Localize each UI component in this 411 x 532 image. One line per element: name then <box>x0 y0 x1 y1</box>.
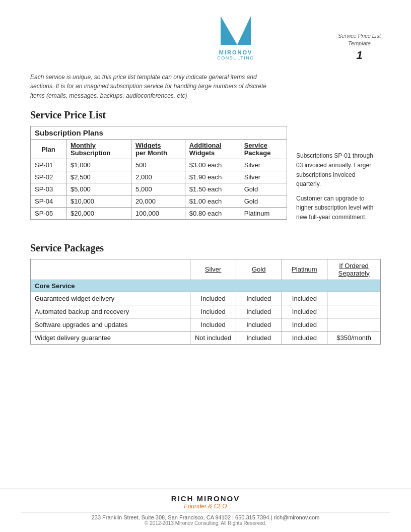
plans-cell-widgets: 2,000 <box>131 171 185 183</box>
plans-cell-plan: SP-04 <box>31 195 66 208</box>
plans-cell-widgets: 5,000 <box>131 183 185 195</box>
feature-separate <box>327 292 381 305</box>
col-service-label: Service <box>244 142 267 149</box>
feature-row: Software upgrades and updatesIncludedInc… <box>31 318 381 331</box>
side-note-1: Subscriptions SP-01 through 03 invoiced … <box>296 151 381 188</box>
category-row: Core Service <box>31 280 381 292</box>
subscription-plans-area: Subscription Plans Plan Monthly Subscrip… <box>30 126 381 222</box>
feature-row: Guaranteed widget deliveryIncludedInclud… <box>31 292 381 305</box>
feature-gold: Included <box>236 292 282 305</box>
feature-name: Widget delivery guarantee <box>31 331 190 344</box>
plans-cell-monthly: $5,000 <box>66 183 131 195</box>
col-additional-label: Additional <box>189 142 222 149</box>
category-name: Core Service <box>31 280 381 292</box>
feature-silver: Not included <box>190 331 236 344</box>
plans-cell-plan: SP-03 <box>31 183 66 195</box>
plans-row: SP-04$10,00020,000$1.00 eachGold <box>31 195 287 208</box>
plans-cell-package: Silver <box>240 159 287 171</box>
feature-platinum: Included <box>282 331 327 344</box>
plans-cell-plan: SP-05 <box>31 208 66 220</box>
plans-row: SP-02$2,5002,000$1.90 eachSilver <box>31 171 287 183</box>
plans-cell-package: Gold <box>240 195 287 208</box>
col-additional-sub: Widgets <box>189 149 215 157</box>
plans-row: SP-01$1,000500$3.00 eachSilver <box>31 159 287 171</box>
pkg-col-platinum: Platinum <box>282 259 327 280</box>
doc-sublabel: Template <box>348 40 371 46</box>
doc-label: Service Price List <box>338 33 381 39</box>
plans-table-wrap: Subscription Plans Plan Monthly Subscrip… <box>30 126 287 220</box>
pkg-col-separate: If Ordered Separately <box>327 259 381 280</box>
footer-divider <box>21 512 390 512</box>
plans-header-row: Plan Monthly Subscription Widgets per Mo… <box>31 140 287 159</box>
plans-title-row: Subscription Plans <box>31 126 287 140</box>
feature-silver: Included <box>190 318 236 331</box>
plans-cell-monthly: $1,000 <box>66 159 131 171</box>
plans-cell-additional: $1.50 each <box>185 183 240 195</box>
plans-cell-additional: $1.90 each <box>185 171 240 183</box>
footer-copyright: © 2012-2013 Mironov Consulting. All Righ… <box>0 520 411 526</box>
footer-title: Founder & CEO <box>0 503 411 510</box>
page-footer: RICH MIRONOV Founder & CEO 233 Franklin … <box>0 489 411 532</box>
feature-row: Automated backup and recoveryIncludedInc… <box>31 305 381 318</box>
packages-header-row: Silver Gold Platinum If Ordered Separate… <box>31 259 381 280</box>
feature-silver: Included <box>190 292 236 305</box>
logo-name: MIRONOV <box>219 49 253 55</box>
plans-cell-monthly: $10,000 <box>66 195 131 208</box>
feature-silver: Included <box>190 305 236 318</box>
col-if-ordered: If Ordered <box>339 262 369 270</box>
plans-cell-widgets: 20,000 <box>131 195 185 208</box>
plans-side-note: Subscriptions SP-01 through 03 invoiced … <box>296 126 381 222</box>
plans-cell-additional: $0.80 each <box>185 208 240 220</box>
feature-name: Guaranteed widget delivery <box>31 292 190 305</box>
logo-area: MIRONOV CONSULTING <box>217 12 254 60</box>
plans-cell-monthly: $2,500 <box>66 171 131 183</box>
page-number: 1 <box>338 48 381 63</box>
feature-gold: Included <box>236 305 282 318</box>
feature-separate <box>327 305 381 318</box>
feature-platinum: Included <box>282 305 327 318</box>
col-additional-header: Additional Widgets <box>185 140 240 159</box>
col-monthly-header: Monthly Subscription <box>66 140 131 159</box>
doc-info: Service Price List Template 1 <box>338 32 381 63</box>
logo-subtitle: CONSULTING <box>217 55 254 60</box>
col-service-header: Service Package <box>240 140 287 159</box>
section-title-price-list: Service Price List <box>30 109 381 121</box>
logo-icon <box>218 12 253 48</box>
feature-gold: Included <box>236 331 282 344</box>
plans-row: SP-03$5,0005,000$1.50 eachGold <box>31 183 287 195</box>
pkg-col-silver: Silver <box>190 259 236 280</box>
feature-platinum: Included <box>282 292 327 305</box>
pkg-col-gold: Gold <box>236 259 282 280</box>
service-packages-section: Service Packages Silver Gold Platinum If… <box>30 242 381 345</box>
feature-separate: $350/month <box>327 331 381 344</box>
plans-title-cell: Subscription Plans <box>31 126 287 140</box>
plans-cell-package: Platinum <box>240 208 287 220</box>
col-widgets-header: Widgets per Month <box>131 140 185 159</box>
plans-cell-package: Silver <box>240 171 287 183</box>
col-widgets-label: Widgets <box>135 142 161 149</box>
plans-cell-widgets: 500 <box>131 159 185 171</box>
feature-separate <box>327 318 381 331</box>
plans-cell-plan: SP-01 <box>31 159 66 171</box>
feature-name: Automated backup and recovery <box>31 305 190 318</box>
col-plan-header: Plan <box>31 140 66 159</box>
feature-name: Software upgrades and updates <box>31 318 190 331</box>
col-service-sub: Package <box>244 149 271 157</box>
section-title-packages: Service Packages <box>30 242 381 254</box>
plans-table: Subscription Plans Plan Monthly Subscrip… <box>30 126 287 220</box>
page-header: MIRONOV CONSULTING Service Price List Te… <box>30 0 381 63</box>
col-separately: Separately <box>338 270 370 277</box>
plans-cell-additional: $3.00 each <box>185 159 240 171</box>
col-monthly-label: Monthly <box>71 142 96 149</box>
packages-table: Silver Gold Platinum If Ordered Separate… <box>30 259 381 345</box>
pkg-col-feature <box>31 259 190 280</box>
plans-cell-additional: $1.00 each <box>185 195 240 208</box>
col-widgets-sub: per Month <box>135 149 167 157</box>
plans-cell-plan: SP-02 <box>31 171 66 183</box>
plans-cell-monthly: $20,000 <box>66 208 131 220</box>
intro-text: Each service is unique, so this price li… <box>30 73 272 101</box>
plans-cell-package: Gold <box>240 183 287 195</box>
feature-row: Widget delivery guaranteeNot includedInc… <box>31 331 381 344</box>
feature-platinum: Included <box>282 318 327 331</box>
side-note-2: Customer can upgrade to higher subscript… <box>296 194 381 222</box>
